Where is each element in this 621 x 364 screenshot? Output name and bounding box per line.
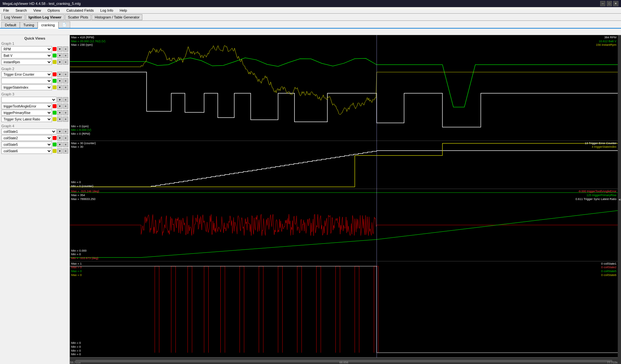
channel-row-cs5: coilState5 ▼ ≡ xyxy=(1,142,68,147)
graph-4-panel: Max = 1 Max = 0 Max = 0 Max = 0 Min = 0 … xyxy=(70,261,618,358)
graph-2-min-labels: Min = 0 Min = 0 (counter) xyxy=(71,181,93,188)
graph-2-section: Graph 2 Trigger Error Counter ▼ ≡ ▼ ≡ t xyxy=(1,67,68,90)
channel-cs2-config[interactable]: ≡ xyxy=(63,135,68,141)
channel-row-cs1: coilState1 ▼ ≡ xyxy=(1,129,68,134)
channel-row-tpr: triggerPrimaryRise ▼ ≡ xyxy=(1,110,68,116)
channel-tslr-dropdown[interactable]: Trigger Sync Latest Ratio xyxy=(1,116,52,122)
graph1-max-battv: Max = 20.000 (12.762) (V) xyxy=(71,40,105,44)
tab-tuning[interactable]: Tuning xyxy=(20,22,38,28)
channel-cs5-config[interactable]: ≡ xyxy=(63,142,68,147)
channel-instantrpm-dropdown[interactable]: instantRpm xyxy=(1,59,52,65)
ignition-log-viewer-button[interactable]: Ignition Log Viewer xyxy=(26,14,64,20)
graph-3-right-values: -9.000 triggerToothAngleError 125 trigge… xyxy=(576,190,616,201)
channel-tsi-menu[interactable]: ▼ xyxy=(57,85,62,90)
channel-battv-menu[interactable]: ▼ xyxy=(57,53,62,58)
channel-tsi-dropdown[interactable]: triggerStateIndex xyxy=(1,84,52,90)
menu-calculated-fields[interactable]: Calculated Fields xyxy=(64,7,96,13)
channel-cs2-dropdown[interactable]: coilState2 xyxy=(1,135,52,141)
log-viewer-button[interactable]: Log Viewer xyxy=(1,14,25,20)
channel-tpr-dropdown[interactable]: triggerPrimaryRise xyxy=(1,110,52,116)
graph4-max5: Max = 0 xyxy=(71,270,82,273)
graph3-max-ttae: Max = -315.246 (deg) xyxy=(71,190,99,194)
channel-rpm-color xyxy=(53,47,57,51)
channel-row-rpm: RPM ▼ ≡ xyxy=(1,46,68,52)
menu-help[interactable]: Help xyxy=(118,7,129,13)
maximize-button[interactable]: □ xyxy=(607,1,612,6)
channel-battv-config[interactable]: ≡ xyxy=(63,53,68,58)
graph2-right-tsi: 4 triggerStateIndex xyxy=(585,145,616,149)
secondary-toolbar xyxy=(0,29,621,35)
menu-options[interactable]: Options xyxy=(45,7,62,13)
channel-row-tec: Trigger Error Counter ▼ ≡ xyxy=(1,71,68,77)
graph-2-panel: Max = 30 (counter) Max = 30 Min = 0 Min … xyxy=(70,141,618,189)
channel-cs1-config[interactable]: ≡ xyxy=(63,129,68,134)
channel-ttae-config[interactable]: ≡ xyxy=(63,104,68,109)
scatter-plots-button[interactable]: Scatter Plots xyxy=(65,14,91,20)
channel-tec-config[interactable]: ≡ xyxy=(63,72,68,77)
channel-tpr-menu[interactable]: ▼ xyxy=(57,110,62,115)
graph3-max-tslr: Max = 789933.250 xyxy=(71,197,99,201)
chart-area[interactable]: Max = 418 (RPM) Max = 20.000 (12.762) (V… xyxy=(70,35,618,364)
tab-new[interactable]: 📄 xyxy=(58,21,70,28)
channel-tpr-config[interactable]: ≡ xyxy=(63,110,68,115)
channel-cs1-menu[interactable]: ▼ xyxy=(57,129,62,134)
channel-rpm-menu[interactable]: ▼ xyxy=(57,46,62,52)
graph-2-max-labels: Max = 30 (counter) Max = 30 xyxy=(71,142,96,149)
timeline-scrollbar[interactable]: 59.703s 68.656 77.703s xyxy=(70,358,618,364)
channel-ttae-dropdown[interactable]: triggerToothAngleError xyxy=(1,103,52,109)
right-expand-handle[interactable]: ◀ xyxy=(618,35,621,364)
menu-search[interactable]: Search xyxy=(14,7,29,13)
menu-view[interactable]: View xyxy=(32,7,43,13)
graph4-min2: Min = 0 xyxy=(71,345,81,349)
tab-default[interactable]: Default xyxy=(1,22,20,28)
channel-g3-empty-menu[interactable]: ▼ xyxy=(57,97,62,102)
graph4-right2: 0 coilState2 xyxy=(601,266,616,270)
close-button[interactable]: ✕ xyxy=(613,1,618,6)
channel-g3-empty-dropdown[interactable] xyxy=(1,97,57,103)
channel-cs5-dropdown[interactable]: coilState5 xyxy=(1,142,52,147)
graph-4-right-values: 0 coilState1 0 coilState2 0 coilState5 0… xyxy=(601,262,616,277)
channel-rpm-config[interactable]: ≡ xyxy=(63,46,68,52)
window-title: MegaLogViewer HD 4.4.58 - test_cranking_… xyxy=(3,2,81,6)
channel-rpm-dropdown[interactable]: RPM xyxy=(1,46,52,52)
graph3-right-ttae: -9.000 triggerToothAngleError xyxy=(576,190,616,194)
channel-tsi-config[interactable]: ≡ xyxy=(63,85,68,90)
graph-1-min-labels: Min = 0 (rpm) Min = 8.000 (V) Min = 0 (R… xyxy=(71,125,91,136)
channel-cs5-color xyxy=(53,143,57,146)
channel-cs6-menu[interactable]: ▼ xyxy=(57,148,62,154)
channel-cs6-config[interactable]: ≡ xyxy=(63,148,68,154)
graph4-max1: Max = 1 xyxy=(71,262,82,266)
graph-4-max-labels: Max = 1 Max = 0 Max = 0 Max = 0 xyxy=(71,262,82,277)
channel-cs5-menu[interactable]: ▼ xyxy=(57,142,62,147)
channel-instantrpm-menu[interactable]: ▼ xyxy=(57,59,62,65)
channel-ttae-menu[interactable]: ▼ xyxy=(57,104,62,109)
tabs-bar: Default Tuning cranking 📄 xyxy=(0,21,621,29)
tab-cranking[interactable]: cranking xyxy=(38,22,58,29)
channel-g2-empty-config[interactable]: ≡ xyxy=(63,78,68,83)
channel-tslr-config[interactable]: ≡ xyxy=(63,117,68,122)
graph1-right-irpm: 156 instantRpm xyxy=(596,43,616,47)
channel-g3-empty-config[interactable]: ≡ xyxy=(63,97,68,102)
minimize-button[interactable]: ─ xyxy=(600,1,605,6)
channel-cs6-dropdown[interactable]: coilState6 xyxy=(1,148,52,154)
channel-cs2-menu[interactable]: ▼ xyxy=(57,135,62,141)
graph-2-label: Graph 2 xyxy=(1,67,68,71)
channel-g2-empty-color xyxy=(53,79,57,83)
graph2-max-tsi: Max = 30 xyxy=(71,145,96,149)
left-panel: Quick Views Graph 1 RPM ▼ ≡ Batt V ▼ ≡ xyxy=(0,35,70,364)
channel-tec-menu[interactable]: ▼ xyxy=(57,72,62,77)
menu-file[interactable]: File xyxy=(1,7,11,13)
channel-ttae-color xyxy=(53,104,57,108)
histogram-table-generator-button[interactable]: Histogram / Table Generator xyxy=(92,14,142,20)
channel-tec-dropdown[interactable]: Trigger Error Counter xyxy=(1,71,52,77)
channel-tec-color xyxy=(53,72,57,76)
channel-g2-empty-dropdown[interactable] xyxy=(1,78,52,84)
toolbar: Log Viewer Ignition Log Viewer Scatter P… xyxy=(0,14,621,21)
channel-tslr-menu[interactable]: ▼ xyxy=(57,117,62,122)
channel-instantrpm-config[interactable]: ≡ xyxy=(63,59,68,65)
menu-log-info[interactable]: Log Info xyxy=(98,7,115,13)
channel-cs1-dropdown[interactable]: coilState1 xyxy=(1,129,57,134)
channel-battv-dropdown[interactable]: Batt V xyxy=(1,53,52,58)
channel-g2-empty-menu[interactable]: ▼ xyxy=(57,78,62,83)
graph3-right-tpr: 125 triggerPrimaryRise xyxy=(576,194,616,197)
